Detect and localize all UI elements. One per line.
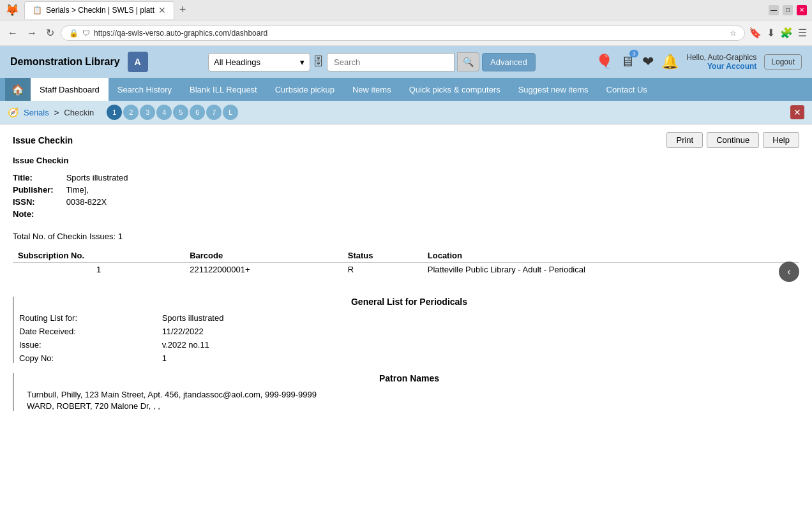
total-row: Total No. of Checkin Issues: 1 (13, 232, 799, 241)
main-content: Issue Checkin Print Continue Help Issue … (0, 124, 812, 525)
step-3[interactable]: 3 (140, 105, 155, 120)
minimize-button[interactable]: — (769, 5, 779, 15)
routing-list-value: Sports illustrated (162, 313, 224, 323)
cell-subscription-no: 1 (13, 263, 184, 277)
address-bar-icons: ☆ (730, 29, 737, 38)
breadcrumb-serials-link[interactable]: Serials (24, 108, 49, 117)
total-label: Total No. of Checkin Issues: (13, 232, 116, 241)
help-button[interactable]: Help (763, 132, 799, 148)
step-2[interactable]: 2 (123, 105, 139, 120)
refresh-button[interactable]: ↻ (43, 24, 57, 41)
new-tab-button[interactable]: + (179, 3, 186, 17)
forward-button[interactable]: → (24, 25, 40, 41)
tab-favicon: 📋 (33, 6, 42, 15)
routing-list-label: Routing List for: (19, 313, 160, 323)
patron-names-heading: Patron Names (19, 373, 799, 383)
download-icon[interactable]: ⬇ (767, 27, 775, 39)
menu-icon[interactable]: ☰ (798, 27, 807, 39)
page-header-row: Issue Checkin Print Continue Help (13, 132, 799, 148)
back-button[interactable]: ← (5, 25, 20, 41)
balloon-icon[interactable]: 🎈 (596, 54, 613, 70)
heart-icon[interactable]: ❤ (642, 54, 654, 70)
cell-status: R (343, 263, 423, 277)
nav-new-items[interactable]: New items (343, 78, 400, 101)
database-icon[interactable]: 🗄 (313, 55, 324, 69)
heading-dropdown[interactable]: All Headings ▾ (208, 53, 310, 71)
user-area: Hello, Auto-Graphics Your Account (686, 53, 756, 71)
header-icons: 🎈 🖥 3 ❤ 🔔 Hello, Auto-Graphics Your Acco… (596, 53, 802, 71)
print-button[interactable]: Print (666, 132, 703, 148)
general-list-section: General List for Periodicals Routing Lis… (13, 297, 799, 363)
logout-button[interactable]: Logout (764, 54, 802, 70)
browser-titlebar: 🦊 📋 Serials > Checkin | SWLS | platt ✕ +… (0, 0, 812, 20)
nav-suggest-new-items[interactable]: Suggest new items (509, 78, 598, 101)
step-6[interactable]: 6 (190, 105, 205, 120)
date-received-value: 11/22/2022 (162, 327, 204, 336)
firefox-logo-icon: 🦊 (5, 3, 19, 17)
nav-bar: 🏠 Staff Dashboard Search History Blank I… (0, 78, 812, 101)
step-5[interactable]: 5 (173, 105, 188, 120)
breadcrumb-checkin-text: Checkin (64, 108, 94, 117)
cell-location: Platteville Public Library - Adult - Per… (423, 263, 799, 277)
publisher-label: Publisher: (13, 185, 64, 195)
header-buttons: Print Continue Help (666, 132, 799, 148)
bookmark-icon[interactable]: 🔖 (749, 27, 762, 39)
app-title: Demonstration Library (10, 56, 120, 68)
issue-checkin-heading-row: Issue Checkin (13, 156, 799, 165)
url-text: https://qa-swls-verso.auto-graphics.com/… (94, 29, 726, 38)
patron-entry-2: WARD, ROBERT, 720 Malone Dr, , , (19, 401, 799, 411)
nav-blank-ill-request[interactable]: Blank ILL Request (181, 78, 266, 101)
continue-button[interactable]: Continue (707, 132, 759, 148)
copy-no-label: Copy No: (19, 353, 160, 363)
checkin-table: Subscription No. Barcode Status Location… (13, 249, 799, 276)
bell-icon[interactable]: 🔔 (661, 54, 679, 70)
tab-close-button[interactable]: ✕ (158, 5, 166, 15)
breadcrumb-bar: 🧭 Serials > Checkin 1 2 3 4 5 6 7 L ✕ (0, 101, 812, 124)
step-l[interactable]: L (223, 105, 238, 120)
search-area: All Headings ▾ 🗄 🔍 Advanced (156, 52, 589, 71)
note-label: Note: (13, 209, 64, 219)
title-row: Title: Sports illustrated (13, 173, 799, 182)
nav-curbside-pickup[interactable]: Curbside pickup (266, 78, 343, 101)
col-location: Location (423, 249, 799, 263)
monitor-icon[interactable]: 🖥 3 (620, 54, 635, 70)
issue-row: Issue: v.2022 no.11 (19, 340, 799, 350)
nav-search-history[interactable]: Search History (109, 78, 181, 101)
issn-label: ISSN: (13, 197, 64, 207)
issn-row: ISSN: 0038-822X (13, 197, 799, 207)
step-7[interactable]: 7 (206, 105, 222, 120)
security-icon: 🔒 (69, 29, 79, 38)
col-subscription-no: Subscription No. (13, 249, 184, 263)
browser-toolbar: ← → ↻ 🔒 🛡 https://qa-swls-verso.auto-gra… (0, 20, 812, 46)
step-circles: 1 2 3 4 5 6 7 L (107, 105, 238, 120)
maximize-button[interactable]: □ (783, 5, 793, 15)
close-button[interactable]: ✕ (797, 5, 807, 15)
nav-home-button[interactable]: 🏠 (5, 78, 31, 101)
user-hello-text: Hello, Auto-Graphics (686, 53, 756, 62)
step-4[interactable]: 4 (156, 105, 172, 120)
user-account-link[interactable]: Your Account (686, 62, 756, 71)
search-input[interactable] (327, 53, 455, 71)
search-button[interactable]: 🔍 (457, 52, 479, 71)
routing-list-row: Routing List for: Sports illustrated (19, 313, 799, 323)
browser-toolbar-right: 🔖 ⬇ 🧩 ☰ (749, 27, 807, 39)
window-controls: — □ ✕ (769, 5, 807, 15)
nav-quick-picks[interactable]: Quick picks & computers (400, 78, 509, 101)
extensions-icon[interactable]: 🧩 (780, 27, 793, 39)
browser-tab[interactable]: 📋 Serials > Checkin | SWLS | platt ✕ (24, 1, 174, 19)
nav-staff-dashboard[interactable]: Staff Dashboard (31, 78, 109, 101)
table-row: 1 221122000001+ R Platteville Public Lib… (13, 263, 799, 277)
publisher-value: Time], (66, 185, 89, 195)
app-header: Demonstration Library A All Headings ▾ 🗄… (0, 46, 812, 78)
issue-value: v.2022 no.11 (162, 340, 209, 350)
patron-names-section: Patron Names Turnbull, Philly, 123 Main … (13, 373, 799, 411)
bookmark-star-icon: ☆ (730, 29, 737, 38)
nav-contact-us[interactable]: Contact Us (598, 78, 656, 101)
breadcrumb-nav-icon: 🧭 (8, 107, 19, 117)
close-button[interactable]: ✕ (790, 105, 804, 119)
step-1[interactable]: 1 (107, 105, 122, 120)
date-received-row: Date Received: 11/22/2022 (19, 327, 799, 336)
address-bar[interactable]: 🔒 🛡 https://qa-swls-verso.auto-graphics.… (61, 26, 745, 41)
back-arrow-button[interactable]: ‹ (779, 262, 799, 282)
advanced-search-button[interactable]: Advanced (482, 53, 536, 71)
